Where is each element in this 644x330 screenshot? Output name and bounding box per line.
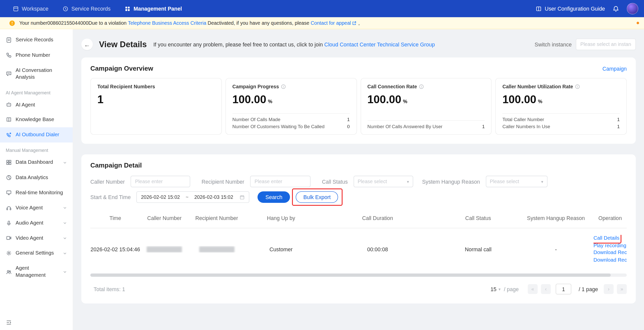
sidebar-item-general-settings[interactable]: General Settings bbox=[0, 246, 73, 261]
sidebar-item-phone-number[interactable]: Phone Number bbox=[0, 48, 73, 63]
sidebar-label: Data Analytics bbox=[16, 174, 48, 181]
file-icon bbox=[6, 37, 12, 43]
sidebar-item-knowledge-base[interactable]: Knowledge Base bbox=[0, 112, 73, 127]
user-configuration-guide[interactable]: User Configuration Guide bbox=[536, 6, 605, 12]
caller-number-input[interactable] bbox=[130, 176, 190, 187]
stat-campaign-progress: Campaign Progress 100.00% Number Of Call… bbox=[225, 78, 357, 135]
helper-pre: If you encounter any problem, please fee… bbox=[153, 41, 324, 47]
campaign-link[interactable]: Campaign bbox=[602, 66, 627, 72]
date-end: 2026-02-03 15:02 bbox=[194, 194, 233, 200]
sidebar-item-voice-agent[interactable]: Voice Agent bbox=[0, 200, 73, 215]
chevron-down-icon bbox=[63, 251, 67, 255]
next-page-button[interactable]: › bbox=[604, 284, 614, 294]
prev-page-button[interactable]: ‹ bbox=[541, 284, 551, 294]
filter-row-1: Caller Number Recipient Number Call Stat… bbox=[90, 176, 627, 187]
recipient-number-input[interactable] bbox=[250, 176, 310, 187]
sidebar-item-data-dashboard[interactable]: Data Dashboard bbox=[0, 155, 73, 170]
stat-value: 100.00 bbox=[232, 93, 266, 106]
banner-text: Your number008602155044000Due to a viola… bbox=[19, 19, 363, 26]
nav-management-panel[interactable]: Management Panel bbox=[118, 0, 189, 17]
call-status-label: Call Status bbox=[322, 178, 348, 184]
call-status-select[interactable]: Please select ▾ bbox=[354, 176, 413, 187]
violation-banner: Your number008602155044000Due to a viola… bbox=[0, 17, 644, 29]
last-page-button[interactable]: » bbox=[617, 284, 627, 294]
chevron-down-icon: ▾ bbox=[499, 287, 501, 291]
avatar[interactable] bbox=[627, 3, 638, 14]
download-recording-audio-link[interactable]: Download Recording Au bbox=[594, 249, 627, 256]
workspace-icon bbox=[13, 6, 19, 12]
table-header-row: Time Caller Number Recipient Number Hang… bbox=[90, 212, 627, 228]
sidebar: Service Records Phone Number AI Conversa… bbox=[0, 29, 73, 330]
campaign-overview-card: Campaign Overview Campaign Total Recipie… bbox=[81, 58, 636, 144]
tech-service-group-link[interactable]: Cloud Contact Center Technical Service G… bbox=[324, 41, 435, 47]
users-icon bbox=[6, 269, 12, 275]
sidebar-item-video-agent[interactable]: Video Agent bbox=[0, 231, 73, 246]
back-arrow-icon: ← bbox=[84, 41, 90, 48]
sidebar-item-service-records[interactable]: Service Records bbox=[0, 33, 73, 48]
current-page-input[interactable]: 1 bbox=[556, 284, 571, 294]
dashboard-icon bbox=[6, 159, 12, 166]
info-icon[interactable] bbox=[575, 84, 580, 89]
banner-indicator-dot[interactable] bbox=[637, 22, 639, 24]
phone-outgoing-icon bbox=[6, 132, 12, 138]
stat-unit: % bbox=[268, 99, 272, 104]
banner-link-appeal[interactable]: Contact for appeal bbox=[311, 20, 351, 26]
banner-mid: Deactivated, if you have any questions, … bbox=[206, 20, 311, 26]
guide-label: User Configuration Guide bbox=[545, 6, 605, 12]
search-button[interactable]: Search bbox=[258, 191, 290, 203]
sidebar-item-ai-outbound-dialer[interactable]: AI Outbound Dialer bbox=[0, 127, 73, 143]
external-link-icon[interactable] bbox=[352, 21, 357, 25]
sidebar-item-realtime-monitoring[interactable]: Real-time Monitoring bbox=[0, 185, 73, 200]
download-recording-text-link[interactable]: Download Recording Te bbox=[594, 256, 627, 263]
back-button[interactable]: ← bbox=[81, 39, 93, 50]
col-header-operation: Operation bbox=[594, 215, 627, 221]
cell-recipient-number bbox=[189, 246, 245, 253]
hangup-reason-label: System Hangup Reason bbox=[422, 178, 480, 184]
horizontal-scrollbar-thumb[interactable] bbox=[90, 273, 611, 277]
stat-row-label: Number Of Calls Made bbox=[232, 117, 280, 122]
sidebar-item-agent-management[interactable]: Agent Management bbox=[0, 261, 73, 283]
stat-unit: % bbox=[403, 99, 407, 104]
sidebar-label: General Settings bbox=[16, 250, 54, 257]
nav-workspace[interactable]: Workspace bbox=[6, 0, 56, 17]
chevron-down-icon bbox=[63, 206, 67, 210]
sidebar-section-manual-management: Manual Management bbox=[0, 143, 73, 155]
chevron-down-icon bbox=[63, 221, 67, 225]
bell-icon[interactable] bbox=[612, 5, 620, 12]
cell-hangup-reason: - bbox=[518, 246, 594, 252]
sidebar-item-data-analytics[interactable]: Data Analytics bbox=[0, 170, 73, 185]
stat-row-label: Number Of Calls Answered By User bbox=[367, 124, 443, 129]
sidebar-item-ai-agent[interactable]: AI Agent bbox=[0, 97, 73, 112]
page-size-select[interactable]: 15 ▾ bbox=[491, 286, 501, 292]
first-page-button[interactable]: « bbox=[528, 284, 538, 294]
warning-icon bbox=[9, 20, 15, 26]
banner-link-criteria[interactable]: Telephone Business Access Criteria bbox=[128, 20, 206, 26]
info-icon[interactable] bbox=[281, 84, 286, 89]
chevron-down-icon bbox=[63, 270, 67, 274]
sidebar-label: Agent Management bbox=[16, 265, 59, 279]
sidebar-item-audio-agent[interactable]: Audio Agent bbox=[0, 215, 73, 231]
video-icon bbox=[6, 235, 12, 241]
call-details-link[interactable]: Call Details bbox=[594, 235, 620, 242]
date-range-input[interactable]: 2026-02-02 15:02 ~ 2026-02-03 15:02 bbox=[137, 191, 250, 203]
redacted-caller-number bbox=[147, 246, 182, 253]
start-end-time-label: Start & End Time bbox=[90, 194, 131, 200]
hangup-reason-select[interactable]: Please select ▾ bbox=[486, 176, 547, 187]
sidebar-collapse-icon[interactable] bbox=[6, 319, 12, 325]
sidebar-section-ai-agent-management: AI Agent Management bbox=[0, 85, 73, 97]
play-recording-link[interactable]: Play recording bbox=[594, 242, 627, 249]
redacted-recipient-number bbox=[199, 246, 234, 253]
stat-label: Total Recipient Numbers bbox=[97, 84, 155, 90]
nav-management-panel-label: Management Panel bbox=[133, 6, 182, 12]
stat-row-value: 1 bbox=[347, 117, 350, 122]
nav-service-records[interactable]: Service Records bbox=[55, 0, 117, 17]
bulk-export-button[interactable]: Bulk Export bbox=[296, 191, 338, 203]
instance-select-input[interactable] bbox=[576, 39, 636, 50]
sidebar-label: Data Dashboard bbox=[16, 159, 53, 166]
col-header-caller: Caller Number bbox=[140, 215, 189, 221]
gear-icon bbox=[6, 250, 12, 256]
monitor-icon bbox=[6, 190, 12, 196]
sidebar-item-ai-conversation-analysis[interactable]: AI Conversation Analysis bbox=[0, 63, 73, 85]
col-header-recipient: Recipient Number bbox=[189, 215, 245, 221]
info-icon[interactable] bbox=[419, 84, 424, 89]
